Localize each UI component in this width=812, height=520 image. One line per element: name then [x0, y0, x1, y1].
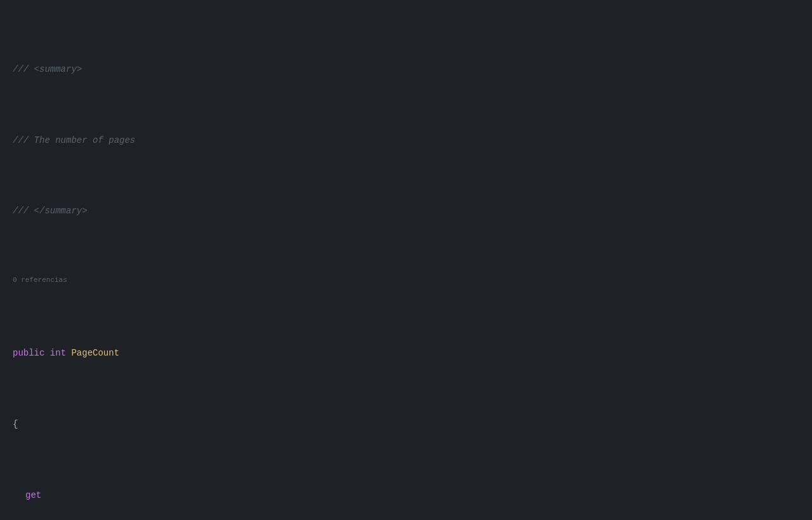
line-6: {	[0, 417, 812, 431]
keyword-public: public	[13, 346, 44, 360]
keyword-get: get	[25, 488, 41, 502]
line-7: get	[0, 488, 812, 502]
open-brace: {	[13, 417, 18, 431]
line-4: 0 referencias	[0, 275, 812, 289]
comment-text: /// </summary>	[13, 204, 88, 218]
line-3: /// </summary>	[0, 204, 812, 218]
keyword-int: int	[50, 346, 66, 360]
property-name: PageCount	[71, 346, 119, 360]
line-2: /// The number of pages	[0, 133, 812, 147]
ref-count: 0 referencias	[13, 275, 67, 286]
comment-text: /// <summary>	[13, 62, 82, 76]
comment-text: /// The number of pages	[13, 133, 135, 147]
code-editor: /// <summary> /// The number of pages //…	[0, 0, 812, 520]
line-5: public int PageCount	[0, 346, 812, 360]
line-1: /// <summary>	[0, 62, 812, 76]
